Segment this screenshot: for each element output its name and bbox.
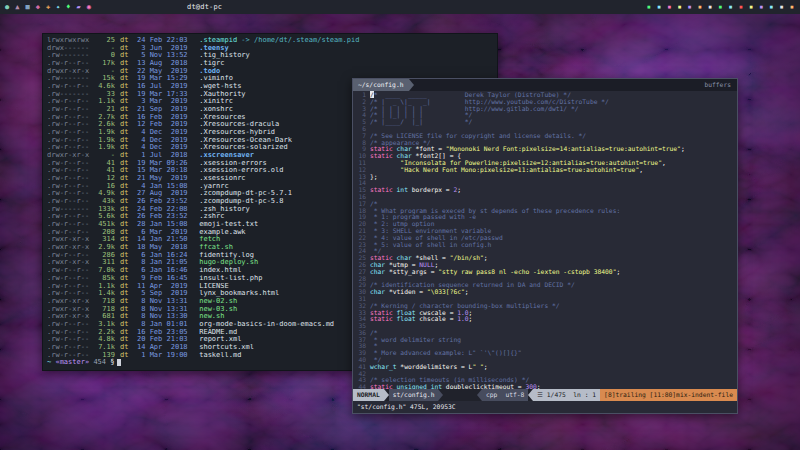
tray-icon[interactable]: ▪ xyxy=(759,0,763,14)
file-date: 1 Mar 19:00 xyxy=(137,352,195,360)
workspace-icon[interactable]: ♦ xyxy=(66,0,70,14)
file-name: new.sh xyxy=(195,313,225,320)
file-owner: dt xyxy=(120,175,132,183)
tray-icon[interactable]: ▪ xyxy=(749,0,753,14)
file-name: emoji-test.txt xyxy=(195,221,258,228)
file-name: lynx_bookmarks.html xyxy=(195,290,279,297)
code-line[interactable]: 27char *stty_args = "stty raw pass8 nl -… xyxy=(353,269,737,276)
file-name: .yarnrc xyxy=(195,183,229,190)
file-date: 6 Jan 16:24 xyxy=(137,252,195,260)
tray-icon[interactable]: ▪ xyxy=(718,0,722,14)
code-line[interactable]: 41wchar_t *worddelimiters = L" "; xyxy=(353,364,737,371)
tray-icon[interactable]: ▪ xyxy=(728,0,732,14)
file-size: 25 xyxy=(93,37,115,45)
file-date: 20 Feb 21:03 xyxy=(137,336,195,344)
tray-icon[interactable]: ▪ xyxy=(688,0,692,14)
file-name: fidentify.log xyxy=(195,252,254,259)
code-segment: borderpx = xyxy=(412,186,454,193)
file-size: 286 xyxy=(93,252,115,260)
file-date: 16 Jul 2019 xyxy=(137,83,195,91)
vim-editor-terminal-window[interactable]: ~/s/config.h buffers 1/* ____ _____ Dere… xyxy=(352,78,738,414)
code-line[interactable]: 23 * 5: value of shell in config.h xyxy=(353,242,737,249)
file-owner: dt xyxy=(120,144,132,152)
file-owner: dt xyxy=(120,229,132,237)
file-size: 2.6k xyxy=(93,121,115,129)
code-line[interactable]: 37 * word delimiter string xyxy=(353,337,737,344)
workspace-icon[interactable]: ◆ xyxy=(36,0,40,14)
statusline-position: ☰ 1/475 ln : 1 xyxy=(533,389,600,401)
code-segment: * More advanced example: L" `'\"()[]{}" xyxy=(370,349,522,356)
tray-icon[interactable]: ▪ xyxy=(769,0,773,14)
file-row: .rw-------0dt 5 Nov 13:52 .tig_history xyxy=(47,52,493,60)
file-size: 311 xyxy=(93,259,115,267)
file-permissions: .rw-r--r-- xyxy=(47,221,93,229)
file-permissions: .rw-r--r-- xyxy=(47,167,93,175)
file-date: 24 Feb 22:03 xyxy=(137,37,195,45)
code-line[interactable]: 13}; xyxy=(353,174,737,181)
file-name: ffcat.sh xyxy=(195,244,233,251)
code-segment: * 5: value of shell in config.h xyxy=(370,241,491,248)
file-date: 8 Nov 13:30 xyxy=(137,313,195,321)
file-permissions: .rwxr-xr-x xyxy=(47,244,93,252)
code-line[interactable]: 39 * More advanced example: L" `'\"()[]{… xyxy=(353,350,737,357)
workspace-icon[interactable]: ● xyxy=(5,0,9,14)
file-owner: dt xyxy=(120,45,132,53)
file-owner: dt xyxy=(120,313,132,321)
workspaces: ●▲■◆✚✦♦▰◉ xyxy=(0,0,91,14)
code-segment: ; xyxy=(469,315,473,322)
file-owner: dt xyxy=(120,68,132,76)
code-segment: , xyxy=(639,166,643,173)
tray-icon[interactable]: ▪ xyxy=(780,0,784,14)
file-permissions: .rw-r--r-- xyxy=(47,275,93,283)
code-line[interactable]: 30char *vtiden = "\033[?6c"; xyxy=(353,289,737,296)
file-name: LICENSE xyxy=(195,283,229,290)
workspace-icon[interactable]: ▰ xyxy=(77,0,81,14)
code-line[interactable]: 15static int borderpx = 2; xyxy=(353,187,737,194)
code-area[interactable]: 1/* ____ _____ Derek Taylor (DistroTube)… xyxy=(353,91,737,389)
tray: ▪▪▪▪▪▪▪▪▪▪▪▪▪▪▪ xyxy=(647,0,800,14)
code-segment: "stty raw pass8 nl -echo -iexten -cstopb… xyxy=(438,268,616,275)
tray-icon[interactable]: ▪ xyxy=(698,0,702,14)
tray-icon[interactable]: ▪ xyxy=(667,0,671,14)
file-date: 18 May 2018 xyxy=(137,244,195,252)
code-line[interactable]: 12 "Hack Nerd Font Mono:pixelsize=11:ant… xyxy=(353,167,737,174)
workspace-icon[interactable]: ▲ xyxy=(15,0,19,14)
file-owner: dt xyxy=(120,321,132,329)
file-owner: dt xyxy=(120,221,132,229)
file-name: index.html xyxy=(195,267,241,274)
code-text: /* |____/ |_| */ xyxy=(370,118,472,125)
workspace-icon[interactable]: ■ xyxy=(25,0,29,14)
tray-icon[interactable]: ▪ xyxy=(677,0,681,14)
tray-icon[interactable]: ▪ xyxy=(790,0,794,14)
vim-command-line[interactable]: "st/config.h" 475L, 20953C xyxy=(353,401,737,413)
tray-icon[interactable]: ▪ xyxy=(708,0,712,14)
code-line[interactable]: 16 xyxy=(353,194,737,201)
code-segment: wchar_t xyxy=(370,363,400,370)
code-text: char *stty_args = "stty raw pass8 nl -ec… xyxy=(370,268,620,275)
file-owner: dt xyxy=(120,306,132,314)
code-segment: int xyxy=(397,186,412,193)
file-size: 1.4k xyxy=(93,290,115,298)
code-line[interactable]: 5/* |____/ |_| */ xyxy=(353,119,737,126)
file-owner: dt xyxy=(120,152,132,160)
workspace-icon[interactable]: ✦ xyxy=(56,0,60,14)
code-line[interactable]: 35 xyxy=(353,323,737,330)
file-name: README.md xyxy=(195,329,237,336)
code-segment: " " xyxy=(472,363,483,370)
file-permissions: .rw-r--r-- xyxy=(47,183,93,191)
buffer-tab[interactable]: ~/s/config.h xyxy=(353,79,409,91)
tray-icon[interactable]: ▪ xyxy=(657,0,661,14)
file-date: 4 Dec 2019 xyxy=(137,129,195,137)
code-line[interactable]: 34static float chscale = 1.0; xyxy=(353,316,737,323)
code-segment: chscale = xyxy=(419,315,457,322)
tray-icon[interactable]: ▪ xyxy=(647,0,651,14)
workspace-icon[interactable]: ◉ xyxy=(87,0,91,14)
workspace-icon[interactable]: ✚ xyxy=(46,0,50,14)
file-owner: dt xyxy=(120,198,132,206)
file-permissions: .rwxr-xr-x xyxy=(47,306,93,314)
file-size: 2.7k xyxy=(93,114,115,122)
file-date: 22 May 2019 xyxy=(137,68,195,76)
file-name: .Xresources xyxy=(195,114,246,121)
tray-icon[interactable]: ▪ xyxy=(739,0,743,14)
file-size: 2.9k xyxy=(93,244,115,252)
